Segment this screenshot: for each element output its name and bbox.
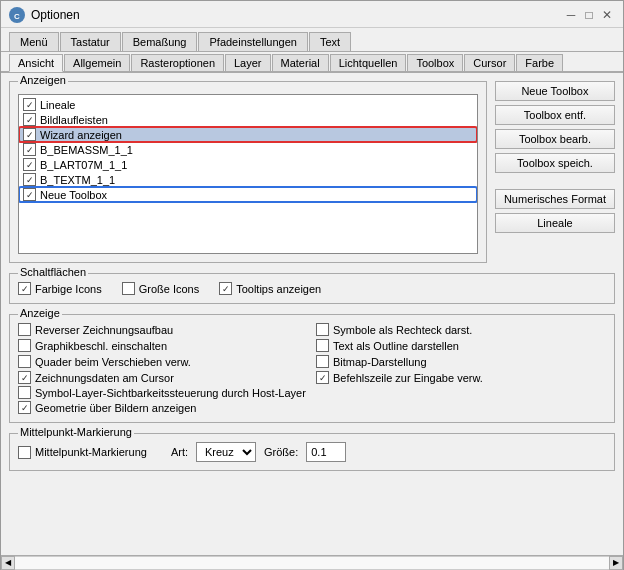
- tabs-row-1: Menü Tastatur Bemaßung Pfadeinstellungen…: [1, 28, 623, 52]
- list-item-lart07m[interactable]: B_LART07M_1_1: [19, 157, 477, 172]
- numerisches-format-button[interactable]: Numerisches Format: [495, 189, 615, 209]
- grosse-icons-checkbox[interactable]: [122, 282, 135, 295]
- horizontal-scrollbar[interactable]: ◀ ▶: [1, 555, 623, 569]
- text-outline-row: Text als Outline darstellen: [316, 339, 606, 352]
- lineale-checkbox-icon: [23, 98, 36, 111]
- farbige-icons-row: Farbige Icons: [18, 282, 102, 295]
- schaltflaechen-row: Farbige Icons Große Icons Tooltips anzei…: [18, 278, 606, 295]
- tab-bemassun[interactable]: Bemaßung: [122, 32, 198, 51]
- bemassm-label: B_BEMASSM_1_1: [40, 144, 133, 156]
- farbige-icons-checkbox[interactable]: [18, 282, 31, 295]
- symbol-layer-checkbox[interactable]: [18, 386, 31, 399]
- anzeige-right-col: Symbole als Rechteck darst. Text als Out…: [316, 323, 606, 384]
- symbole-label: Symbole als Rechteck darst.: [333, 324, 472, 336]
- top-section: Anzeigen Lineale Bildlaufleisten: [9, 81, 615, 263]
- art-select[interactable]: Kreuz: [196, 442, 256, 462]
- mittelpunkt-checkbox-row: Mittelpunkt-Markierung: [18, 446, 147, 459]
- bildlaufleisten-checkbox-icon: [23, 113, 36, 126]
- tab-material[interactable]: Material: [272, 54, 329, 71]
- graphik-checkbox[interactable]: [18, 339, 31, 352]
- tab-layer[interactable]: Layer: [225, 54, 271, 71]
- window-title: Optionen: [31, 8, 80, 22]
- bitmap-checkbox[interactable]: [316, 355, 329, 368]
- tab-allgemein[interactable]: Allgemein: [64, 54, 130, 71]
- anzeigen-group: Anzeigen Lineale Bildlaufleisten: [9, 81, 487, 263]
- tab-ansicht[interactable]: Ansicht: [9, 54, 63, 72]
- zeichnungsdaten-label: Zeichnungsdaten am Cursor: [35, 372, 174, 384]
- list-item-bildlaufleisten[interactable]: Bildlaufleisten: [19, 112, 477, 127]
- title-bar: C Optionen ─ □ ✕: [1, 1, 623, 28]
- reverser-checkbox[interactable]: [18, 323, 31, 336]
- list-item-textm[interactable]: B_TEXTM_1_1: [19, 172, 477, 187]
- scroll-right-button[interactable]: ▶: [609, 556, 623, 570]
- quader-row: Quader beim Verschieben verw.: [18, 355, 308, 368]
- bitmap-label: Bitmap-Darstellung: [333, 356, 427, 368]
- list-item-lineale[interactable]: Lineale: [19, 97, 477, 112]
- tooltips-checkbox[interactable]: [219, 282, 232, 295]
- mittelpunkt-group: Mittelpunkt-Markierung Mittelpunkt-Marki…: [9, 433, 615, 471]
- groesse-label: Größe:: [264, 446, 298, 458]
- quader-label: Quader beim Verschieben verw.: [35, 356, 191, 368]
- close-button[interactable]: ✕: [599, 7, 615, 23]
- minimize-button[interactable]: ─: [563, 7, 579, 23]
- text-outline-checkbox[interactable]: [316, 339, 329, 352]
- graphik-label: Graphikbeschl. einschalten: [35, 340, 167, 352]
- tab-text[interactable]: Text: [309, 32, 351, 51]
- quader-checkbox[interactable]: [18, 355, 31, 368]
- tab-toolbox[interactable]: Toolbox: [407, 54, 463, 71]
- title-bar-left: C Optionen: [9, 7, 80, 23]
- mittelpunkt-checkbox-label: Mittelpunkt-Markierung: [35, 446, 147, 458]
- lineale-button[interactable]: Lineale: [495, 213, 615, 233]
- maximize-button[interactable]: □: [581, 7, 597, 23]
- zeichnungsdaten-row: Zeichnungsdaten am Cursor: [18, 371, 308, 384]
- tab-rasteroptionen[interactable]: Rasteroptionen: [131, 54, 224, 71]
- anzeige-left-col: Reverser Zeichnungsaufbau Graphikbeschl.…: [18, 323, 308, 384]
- tabs-row-2: Ansicht Allgemein Rasteroptionen Layer M…: [1, 54, 623, 73]
- geometrie-label: Geometrie über Bildern anzeigen: [35, 402, 196, 414]
- tab-menu[interactable]: Menü: [9, 32, 59, 51]
- tab-pfadeinstellungen[interactable]: Pfadeinstellungen: [198, 32, 307, 51]
- schaltflaechen-label: Schaltflächen: [18, 266, 88, 278]
- mittelpunkt-checkbox[interactable]: [18, 446, 31, 459]
- reverser-label: Reverser Zeichnungsaufbau: [35, 324, 173, 336]
- text-outline-label: Text als Outline darstellen: [333, 340, 459, 352]
- graphik-row: Graphikbeschl. einschalten: [18, 339, 308, 352]
- toolbox-entf-button[interactable]: Toolbox entf.: [495, 105, 615, 125]
- symbol-layer-row: Symbol-Layer-Sichtbarkeitssteuerung durc…: [18, 386, 606, 399]
- grosse-icons-label: Große Icons: [139, 283, 200, 295]
- anzeige-group: Anzeige Reverser Zeichnungsaufbau Graphi…: [9, 314, 615, 423]
- grosse-icons-row: Große Icons: [122, 282, 200, 295]
- befehlszeile-row: Befehlszeile zur Eingabe verw.: [316, 371, 606, 384]
- befehlszeile-label: Befehlszeile zur Eingabe verw.: [333, 372, 483, 384]
- tab-cursor[interactable]: Cursor: [464, 54, 515, 71]
- tab-tastatur[interactable]: Tastatur: [60, 32, 121, 51]
- wizard-label: Wizard anzeigen: [40, 129, 122, 141]
- list-item-neue-toolbox[interactable]: Neue Toolbox: [19, 187, 477, 202]
- scroll-track[interactable]: [15, 556, 609, 570]
- bemassm-checkbox-icon: [23, 143, 36, 156]
- anzeige-group-label: Anzeige: [18, 307, 62, 319]
- list-item-wizard[interactable]: Wizard anzeigen: [19, 127, 477, 142]
- anzeigen-listbox[interactable]: Lineale Bildlaufleisten Wizard anzeigen: [18, 94, 478, 254]
- tab-lichtquellen[interactable]: Lichtquellen: [330, 54, 407, 71]
- toolbox-speich-button[interactable]: Toolbox speich.: [495, 153, 615, 173]
- geometrie-row: Geometrie über Bildern anzeigen: [18, 401, 606, 414]
- neue-toolbox-button[interactable]: Neue Toolbox: [495, 81, 615, 101]
- tooltips-row: Tooltips anzeigen: [219, 282, 321, 295]
- title-controls: ─ □ ✕: [563, 7, 615, 23]
- toolbox-bearb-button[interactable]: Toolbox bearb.: [495, 129, 615, 149]
- geometrie-checkbox[interactable]: [18, 401, 31, 414]
- reverser-row: Reverser Zeichnungsaufbau: [18, 323, 308, 336]
- scroll-left-button[interactable]: ◀: [1, 556, 15, 570]
- tab-farbe[interactable]: Farbe: [516, 54, 563, 71]
- lineale-label: Lineale: [40, 99, 75, 111]
- symbole-checkbox[interactable]: [316, 323, 329, 336]
- list-item-bemassm[interactable]: B_BEMASSM_1_1: [19, 142, 477, 157]
- groesse-input[interactable]: [306, 442, 346, 462]
- tooltips-label: Tooltips anzeigen: [236, 283, 321, 295]
- svg-text:C: C: [14, 12, 20, 21]
- zeichnungsdaten-checkbox[interactable]: [18, 371, 31, 384]
- befehlszeile-checkbox[interactable]: [316, 371, 329, 384]
- symbol-layer-label: Symbol-Layer-Sichtbarkeitssteuerung durc…: [35, 387, 306, 399]
- neue-toolbox-label: Neue Toolbox: [40, 189, 107, 201]
